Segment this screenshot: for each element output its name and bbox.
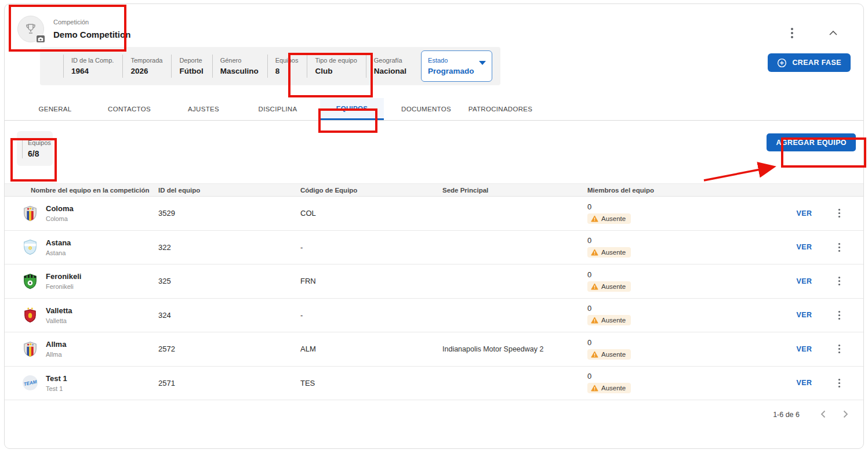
competition-page: Competición Demo Competition ID de la Co…	[4, 3, 864, 449]
kebab-icon	[838, 378, 841, 388]
team-id: 2571	[158, 379, 300, 387]
crear-fase-button[interactable]: CREAR FASE	[768, 53, 851, 72]
table-header-row: Nombre del equipo en la competición ID d…	[5, 183, 863, 197]
row-menu-button[interactable]	[836, 342, 843, 356]
ver-button[interactable]: VER	[796, 311, 812, 319]
info-item-deporte: Deporte Fútbol	[171, 55, 212, 78]
chevron-up-icon	[829, 30, 838, 36]
trophy-icon	[24, 22, 38, 36]
info-item-genero: Género Masculino	[212, 55, 267, 78]
camera-icon[interactable]	[36, 35, 45, 43]
equipos-count-card: Equipos 6/8	[17, 131, 53, 166]
warning-icon	[591, 283, 598, 290]
ver-button[interactable]: VER	[796, 277, 812, 285]
tab-ajustes[interactable]: AJUSTES	[172, 98, 235, 120]
kebab-icon	[838, 344, 841, 354]
chevron-right-icon	[843, 410, 848, 418]
tab-documentos[interactable]: DOCUMENTOS	[394, 98, 458, 120]
tab-patrocinadores[interactable]: PATROCINADORES	[468, 98, 532, 120]
kebab-icon	[838, 310, 841, 320]
info-item-temporada: Temporada 2026	[122, 55, 171, 78]
page-header: Competición Demo Competition	[5, 4, 863, 42]
tab-general[interactable]: GENERAL	[23, 98, 87, 120]
caret-down-icon	[479, 61, 486, 65]
equipos-count-value: 6/8	[28, 149, 51, 158]
status-badge: Ausente	[587, 315, 631, 325]
tab-equipos[interactable]: EQUIPOS	[320, 98, 384, 120]
team-venue: Indianapolis Motor Speedway 2	[442, 345, 587, 353]
ver-button[interactable]: VER	[796, 243, 812, 251]
prev-page-button[interactable]	[816, 408, 830, 422]
table-row: VallettaValletta 324 - 0 Ausente VER	[5, 299, 863, 333]
warning-icon	[591, 385, 598, 392]
row-menu-button[interactable]	[836, 274, 843, 288]
next-page-button[interactable]	[838, 408, 853, 422]
team-code: ALM	[300, 345, 442, 353]
teams-table: Nombre del equipo en la competición ID d…	[5, 183, 863, 429]
table-row: FeronikeliFeronikeli 325 FRN 0 Ausente V…	[5, 264, 863, 299]
estado-dropdown[interactable]: Estado Programado	[421, 50, 492, 82]
status-badge: Ausente	[587, 213, 631, 224]
team-code: FRN	[300, 277, 442, 285]
team-id: 325	[158, 277, 300, 285]
table-row: AstanaAstana 322 - 0 Ausente VER	[5, 231, 863, 265]
team-logo	[22, 205, 38, 222]
ver-button[interactable]: VER	[796, 209, 812, 218]
team-logo	[22, 239, 38, 255]
status-badge: Ausente	[587, 349, 631, 360]
row-menu-button[interactable]	[836, 376, 843, 390]
info-item-id: ID de la Comp. 1964	[63, 55, 122, 78]
team-logo	[22, 341, 38, 357]
row-menu-button[interactable]	[836, 308, 843, 322]
members-count: 0	[587, 304, 787, 313]
team-id: 322	[158, 243, 300, 252]
members-count: 0	[587, 338, 787, 347]
status-badge: Ausente	[587, 281, 631, 292]
status-badge: Ausente	[587, 383, 631, 393]
team-code: -	[300, 311, 442, 320]
agregar-equipo-button[interactable]: AGREGAR EQUIPO	[767, 133, 856, 151]
kebab-icon	[790, 27, 794, 39]
ver-button[interactable]: VER	[796, 379, 812, 387]
members-count: 0	[587, 202, 787, 211]
chevron-left-icon	[820, 410, 826, 418]
team-id: 324	[158, 311, 300, 320]
info-item-equipos: Equipos 8	[267, 55, 307, 78]
warning-icon	[591, 317, 598, 324]
team-code: TES	[300, 379, 442, 387]
pagination-range: 1-6 de 6	[773, 411, 800, 419]
collapse-button[interactable]	[826, 28, 840, 38]
team-id: 2572	[158, 345, 300, 353]
kebab-icon	[838, 276, 841, 286]
row-menu-button[interactable]	[836, 206, 843, 220]
competition-info-bar: ID de la Comp. 1964 Temporada 2026 Depor…	[40, 47, 500, 85]
warning-icon	[591, 351, 598, 358]
members-count: 0	[587, 372, 787, 380]
plus-circle-icon	[777, 58, 787, 68]
more-options-button[interactable]	[788, 25, 796, 41]
members-count: 0	[587, 236, 787, 245]
kebab-icon	[838, 208, 841, 218]
row-menu-button[interactable]	[836, 240, 843, 255]
table-row: TEAM Test 1Test 1 2571 TES 0 Ausente VER	[5, 367, 863, 401]
pagination: 1-6 de 6	[5, 400, 863, 429]
team-code: -	[300, 243, 442, 252]
tab-bar: GENERAL CONTACTOS AJUSTES DISCIPLINA EQU…	[5, 98, 863, 121]
warning-icon	[591, 215, 598, 222]
team-logo	[22, 307, 38, 323]
team-logo: TEAM	[22, 375, 38, 391]
info-item-tipo-equipo: Tipo de equipo Club	[307, 55, 365, 78]
tab-disciplina[interactable]: DISCIPLINA	[246, 98, 310, 120]
kebab-icon	[838, 242, 841, 252]
competition-label: Competición	[53, 19, 130, 26]
team-id: 3529	[158, 209, 300, 218]
team-logo	[22, 273, 38, 289]
team-code: COL	[300, 209, 442, 218]
info-item-geografia: Geografía Nacional	[366, 55, 415, 78]
ver-button[interactable]: VER	[796, 345, 812, 353]
competition-avatar[interactable]	[17, 16, 44, 42]
table-row: ColomaColoma 3529 COL 0 Ausente VER	[5, 197, 863, 231]
warning-icon	[591, 249, 598, 256]
page-title: Demo Competition	[53, 30, 130, 39]
tab-contactos[interactable]: CONTACTOS	[97, 98, 161, 120]
